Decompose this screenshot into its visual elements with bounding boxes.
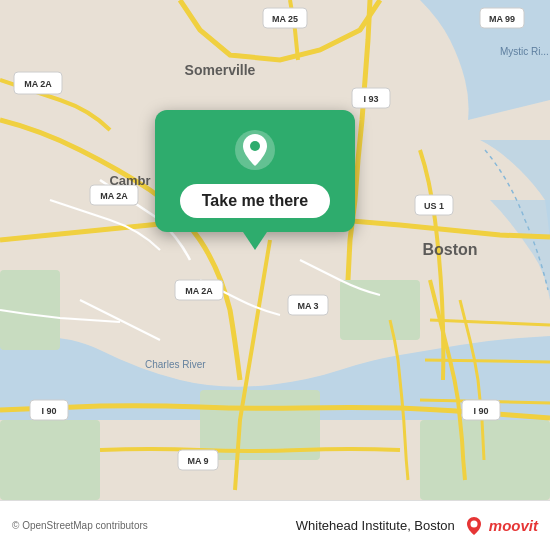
svg-text:MA 9: MA 9 — [187, 456, 208, 466]
take-me-there-button[interactable]: Take me there — [180, 184, 330, 218]
location-label: Whitehead Institute, Boston — [296, 518, 455, 533]
svg-rect-2 — [340, 280, 420, 340]
svg-point-34 — [250, 141, 260, 151]
svg-rect-1 — [0, 270, 60, 350]
svg-text:MA 2A: MA 2A — [24, 79, 52, 89]
location-popup: Take me there — [155, 110, 355, 232]
moovit-pin-icon — [463, 515, 485, 537]
map-background: MA 2A MA 25 MA 99 I 93 MA 2A US 1 MA 2A … — [0, 0, 550, 500]
svg-text:MA 2A: MA 2A — [100, 191, 128, 201]
svg-text:Boston: Boston — [422, 241, 477, 258]
svg-text:I 90: I 90 — [473, 406, 488, 416]
moovit-brand-text: moovit — [489, 517, 538, 534]
svg-text:MA 2A: MA 2A — [185, 286, 213, 296]
svg-text:US 1: US 1 — [424, 201, 444, 211]
svg-text:Charles River: Charles River — [145, 359, 206, 370]
svg-point-35 — [470, 520, 477, 527]
svg-text:MA 99: MA 99 — [489, 14, 515, 24]
moovit-logo[interactable]: moovit — [463, 515, 538, 537]
svg-text:Cambr: Cambr — [109, 173, 150, 188]
svg-text:MA 3: MA 3 — [297, 301, 318, 311]
popup-tail — [243, 232, 267, 250]
location-pin-icon — [233, 128, 277, 172]
bottom-bar: © OpenStreetMap contributors Whitehead I… — [0, 500, 550, 550]
copyright-text: © OpenStreetMap contributors — [12, 520, 288, 531]
svg-text:MA 25: MA 25 — [272, 14, 298, 24]
svg-text:Mystic Ri...: Mystic Ri... — [500, 46, 549, 57]
svg-text:I 93: I 93 — [363, 94, 378, 104]
svg-rect-4 — [420, 420, 550, 500]
svg-rect-5 — [0, 420, 100, 500]
svg-text:I 90: I 90 — [41, 406, 56, 416]
svg-text:Somerville: Somerville — [185, 62, 256, 78]
map-container[interactable]: MA 2A MA 25 MA 99 I 93 MA 2A US 1 MA 2A … — [0, 0, 550, 500]
